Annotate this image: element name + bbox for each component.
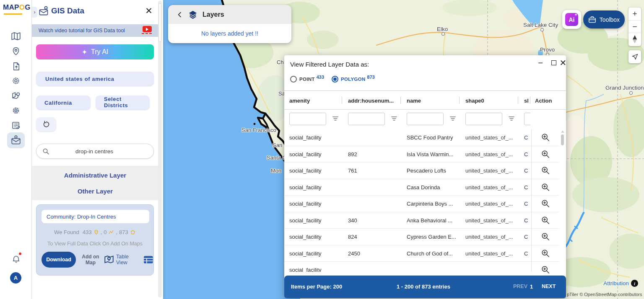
map-pin-icon (11, 46, 21, 56)
zoom-to-feature-button[interactable] (532, 162, 559, 179)
notifications-button[interactable] (10, 253, 22, 265)
attribution-link[interactable]: Attribution i (603, 280, 638, 287)
point-radio[interactable] (290, 76, 297, 82)
state-select-button[interactable]: California (36, 95, 91, 110)
zoom-in-icon (541, 249, 550, 258)
map-label-elko: Elko (437, 26, 448, 32)
map-label-provo: Provo (540, 46, 555, 53)
action-column (531, 129, 559, 272)
app-logo[interactable]: MAPOG (3, 3, 30, 18)
panel-close-button[interactable]: ✕ (143, 5, 154, 16)
zoom-to-feature-button[interactable] (532, 146, 559, 163)
reset-selection-button[interactable] (36, 117, 56, 131)
process-tool-button[interactable] (10, 75, 22, 87)
panel-scrollbar[interactable] (158, 1, 162, 297)
prev-page-button[interactable]: PREV (513, 284, 527, 289)
user-avatar[interactable]: A (10, 272, 21, 284)
table-row[interactable]: social_facilityCarpinteria Boys ...unite… (284, 196, 559, 212)
gis-data-tool-button[interactable] (10, 134, 22, 147)
administrative-layer-link[interactable]: Administrative Layer (32, 172, 158, 179)
add-on-map-icon[interactable] (104, 254, 114, 265)
add-on-map-button[interactable]: Add on Map (79, 252, 102, 268)
close-dialog-button[interactable]: ✕ (558, 58, 568, 67)
upload-file-button[interactable] (10, 60, 22, 72)
minimize-button[interactable]: − (536, 58, 545, 67)
column-header-sl[interactable]: sl (524, 98, 530, 104)
zoom-to-feature-button[interactable] (532, 245, 559, 262)
card-hint: To View Full Data Click On Add On Maps (36, 241, 153, 247)
table-row[interactable]: social_facility2450Church of God of...un… (284, 245, 559, 262)
search-input[interactable] (49, 148, 139, 155)
youtube-icon[interactable] (143, 26, 152, 32)
table-row[interactable]: social_facility340Anka Behavioral ...uni… (284, 212, 559, 229)
try-ai-button[interactable]: ✦ Try AI (36, 44, 154, 59)
zoom-to-feature-button[interactable] (532, 179, 559, 196)
video-tutorial-label: Watch video tutorial for GIS Data tool (39, 28, 125, 34)
file-upload-icon (11, 62, 21, 71)
point-count-badge: 433 (317, 75, 324, 80)
locate-me-button[interactable] (628, 50, 641, 63)
panel-title: GIS Data (51, 6, 84, 15)
other-layer-link[interactable]: Other Layer (32, 188, 158, 195)
zoom-to-feature-button[interactable] (532, 262, 559, 276)
next-page-button[interactable]: NEXT (542, 284, 556, 289)
filter-input-amenity[interactable] (289, 113, 326, 125)
filter-icon[interactable] (449, 116, 456, 121)
polygon-radio-label[interactable]: POLYGON (341, 77, 366, 82)
filter-input-name[interactable] (407, 113, 444, 125)
zoom-in-button[interactable]: + (628, 8, 641, 20)
country-select-button[interactable]: United states of america (36, 72, 154, 86)
column-header-shape0[interactable]: shape0 (465, 98, 517, 104)
video-tutorial-banner[interactable]: Watch video tutorial for GIS Data tool (32, 24, 158, 37)
info-icon[interactable]: i (631, 280, 638, 287)
map-label-monterey: Mon (271, 168, 281, 174)
zoom-to-feature-button[interactable] (532, 212, 559, 229)
chevron-left-icon[interactable] (177, 11, 183, 18)
maximize-button[interactable] (549, 58, 558, 67)
table-row[interactable]: social_facility824Cypress Garden E...uni… (284, 229, 559, 245)
ai-assistant-button[interactable]: Ai✦ (562, 10, 581, 29)
filter-icon[interactable] (332, 116, 339, 121)
filter-input-shape0[interactable] (465, 113, 502, 125)
layer-type-section: Administrative Layer Other Layer (32, 166, 158, 200)
location-tool-button[interactable] (10, 45, 22, 57)
scrollbar-thumb[interactable] (158, 3, 161, 42)
polygon-radio[interactable] (332, 76, 338, 82)
zoom-to-feature-button[interactable] (532, 229, 559, 245)
line-count-icon (108, 229, 114, 235)
layer-name-box[interactable]: Community: Drop-In Centres (42, 210, 149, 223)
compass-button[interactable] (628, 33, 641, 45)
table-row[interactable]: social_facilityCasa Dorindaunited_states… (284, 179, 559, 196)
map-view-button[interactable] (10, 90, 22, 102)
zoom-in-icon (541, 183, 550, 192)
point-radio-label[interactable]: POINT (299, 77, 315, 82)
column-header-name[interactable]: name (407, 98, 459, 104)
table-row[interactable]: social_facility761Pescadero Loftsunited_… (284, 162, 559, 179)
column-header-amenity[interactable]: amenity (289, 98, 341, 104)
layer-search-box[interactable] (36, 144, 154, 159)
download-button[interactable]: Download (42, 252, 76, 268)
report-tool-button[interactable] (10, 119, 22, 132)
zoom-to-feature-button[interactable] (532, 129, 559, 146)
table-vertical-scrollbar[interactable] (561, 129, 564, 272)
filter-icon[interactable] (508, 116, 515, 121)
district-select-button[interactable]: Select Districts (96, 95, 150, 110)
table-row[interactable]: social_facility892Isla Vista Warmin...un… (284, 146, 559, 163)
panel-collapse-handle[interactable]: › (32, 7, 37, 18)
map-frame-pin-icon (11, 91, 21, 101)
table-view-button[interactable]: Table View (116, 252, 153, 268)
table-row[interactable]: social_facilitySBCC Food Pantryunited_st… (284, 129, 559, 146)
current-page[interactable]: 1 (530, 284, 533, 290)
filter-input-housenum[interactable] (348, 113, 385, 125)
layers-empty-message: No layers added yet !! (168, 24, 291, 43)
toolbox-button[interactable]: Toolbox (583, 10, 625, 28)
map-tool-button[interactable] (10, 30, 22, 43)
zoom-to-feature-button[interactable] (532, 196, 559, 212)
table-row[interactable]: social_facility (284, 262, 559, 272)
settings-button[interactable] (10, 104, 22, 117)
column-header-housenum[interactable]: addr:housenum... (348, 98, 400, 104)
filter-icon[interactable] (391, 116, 397, 121)
layers-panel-title: Layers (203, 11, 224, 18)
filter-input-sl[interactable] (524, 113, 530, 125)
zoom-out-button[interactable]: − (628, 20, 641, 33)
